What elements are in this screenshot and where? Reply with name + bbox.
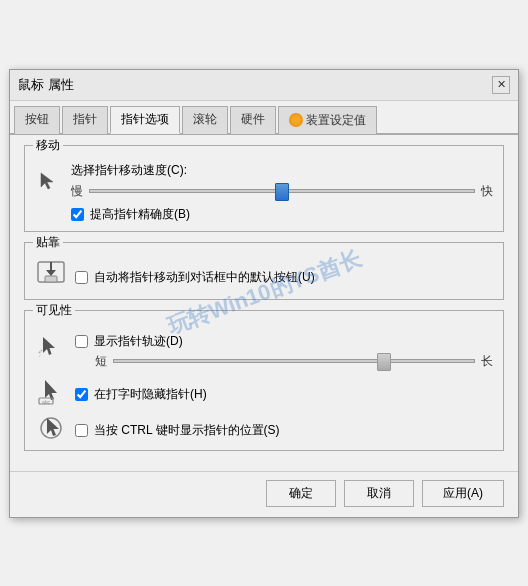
- tab-norton[interactable]: 装置设定值: [278, 106, 377, 134]
- precision-label[interactable]: 提高指针精确度(B): [90, 206, 190, 223]
- trail-short-label: 短: [95, 353, 107, 370]
- close-button[interactable]: ✕: [492, 76, 510, 94]
- cancel-button[interactable]: 取消: [344, 480, 414, 507]
- cursor-hide-icon: abc: [35, 378, 67, 406]
- svg-rect-2: [45, 276, 57, 282]
- title-bar: 鼠标 属性 ✕: [10, 70, 518, 101]
- group-move: 移动 选择指针移动速度(C): 慢 快: [24, 145, 504, 232]
- dialog-title: 鼠标 属性: [18, 76, 74, 94]
- button-bar: 确定 取消 应用(A): [10, 471, 518, 517]
- tab-pointers[interactable]: 指针: [62, 106, 108, 134]
- group-snap-label: 贴靠: [33, 234, 63, 251]
- group-visibility-label: 可见性: [33, 302, 75, 319]
- speed-slider[interactable]: [89, 189, 475, 193]
- trail-label[interactable]: 显示指针轨迹(D): [94, 333, 183, 350]
- norton-icon: [289, 113, 303, 127]
- speed-label: 选择指针移动速度(C):: [71, 162, 493, 179]
- dialog-content: 移动 选择指针移动速度(C): 慢 快: [10, 135, 518, 471]
- tab-bar: 按钮 指针 指针选项 滚轮 硬件 装置设定值: [10, 101, 518, 135]
- trail-checkbox[interactable]: [75, 335, 88, 348]
- trail-slider[interactable]: [113, 359, 475, 363]
- tab-hardware[interactable]: 硬件: [230, 106, 276, 134]
- hide-typing-label[interactable]: 在打字时隐藏指针(H): [94, 386, 207, 403]
- tab-wheel[interactable]: 滚轮: [182, 106, 228, 134]
- cursor-snap-icon: [35, 259, 67, 291]
- svg-marker-7: [45, 380, 57, 400]
- show-ctrl-label[interactable]: 当按 CTRL 键时显示指针的位置(S): [94, 422, 280, 439]
- slow-label: 慢: [71, 183, 83, 200]
- tab-norton-label: 装置设定值: [306, 112, 366, 129]
- svg-line-6: [39, 354, 41, 357]
- svg-marker-4: [43, 337, 55, 355]
- group-snap: 贴靠 自动将指针移动到对话框中的默认按钮(U): [24, 242, 504, 300]
- show-ctrl-checkbox[interactable]: [75, 424, 88, 437]
- svg-marker-3: [46, 262, 56, 276]
- autosnap-label[interactable]: 自动将指针移动到对话框中的默认按钮(U): [94, 269, 315, 286]
- svg-line-5: [39, 350, 42, 353]
- apply-button[interactable]: 应用(A): [422, 480, 504, 507]
- fast-label: 快: [481, 183, 493, 200]
- cursor-move-icon: [35, 167, 63, 195]
- group-move-label: 移动: [33, 137, 63, 154]
- trail-long-label: 长: [481, 353, 493, 370]
- svg-text:abc: abc: [42, 399, 51, 405]
- tab-pointer-options[interactable]: 指针选项: [110, 106, 180, 134]
- group-visibility: 可见性 显示指针轨迹(D) 短: [24, 310, 504, 451]
- cursor-ctrl-icon: [35, 414, 67, 442]
- svg-marker-0: [41, 173, 53, 189]
- hide-typing-checkbox[interactable]: [75, 388, 88, 401]
- cursor-trail-icon: [35, 335, 67, 363]
- precision-checkbox[interactable]: [71, 208, 84, 221]
- ok-button[interactable]: 确定: [266, 480, 336, 507]
- tab-buttons[interactable]: 按钮: [14, 106, 60, 134]
- autosnap-checkbox[interactable]: [75, 271, 88, 284]
